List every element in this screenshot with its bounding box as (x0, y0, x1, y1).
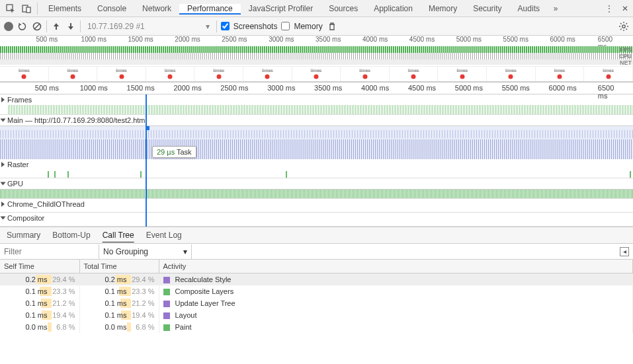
overview-tick: 1000 ms (81, 36, 106, 43)
expand-icon[interactable] (1, 97, 5, 102)
details-tab-bottom-up[interactable]: Bottom-Up (52, 231, 90, 240)
gpu-label: GPU (7, 180, 23, 188)
child-io-track[interactable]: Chrome_ChildIOThread (0, 199, 633, 213)
gpu-track[interactable]: GPU (0, 178, 633, 199)
table-row[interactable]: 0.0 ms6.8 %0.0 ms6.8 %Paint (0, 321, 633, 333)
memory-checkbox[interactable] (281, 22, 290, 30)
details-tabbar: SummaryBottom-UpCall TreeEvent Log (0, 227, 633, 244)
flamechart-tracks[interactable]: 29 µs Task Frames Main — http://10.77.16… (0, 94, 633, 227)
tab-elements[interactable]: Elements (40, 4, 89, 13)
kebab-menu-icon[interactable]: ⋮ (601, 1, 617, 17)
compositor-track[interactable]: Compositor (0, 213, 633, 227)
screenshot-thumb[interactable]: times (97, 67, 146, 81)
trash-icon[interactable] (327, 21, 337, 32)
col-activity[interactable]: Activity (159, 260, 633, 273)
screenshot-thumb[interactable]: times (49, 67, 98, 81)
profile-selector[interactable]: 10.77.169.29 #1▾ (85, 22, 212, 31)
device-mode-icon[interactable] (19, 1, 34, 17)
tab-sources[interactable]: Sources (321, 4, 366, 13)
collapse-icon[interactable] (1, 217, 6, 220)
flamechart-ruler[interactable]: 500 ms1000 ms1500 ms2000 ms2500 ms3000 m… (0, 83, 633, 94)
raster-event[interactable] (630, 171, 631, 178)
collapse-icon[interactable] (1, 119, 6, 122)
gear-icon[interactable] (618, 21, 629, 32)
net-strip: NET (0, 59, 633, 66)
tab-performance[interactable]: Performance (179, 4, 241, 15)
col-total-time[interactable]: Total Time (79, 260, 159, 273)
screenshot-thumb[interactable]: times (292, 67, 341, 81)
screenshot-thumb[interactable]: times (487, 67, 536, 81)
details-tab-event-log[interactable]: Event Log (146, 231, 182, 240)
svg-point-5 (622, 24, 625, 27)
frames-track[interactable]: Frames (0, 94, 633, 115)
details-tab-call-tree[interactable]: Call Tree (103, 231, 134, 240)
overview-panel[interactable]: 500 ms1000 ms1500 ms2000 ms2500 ms3000 m… (0, 36, 633, 83)
tab-memory[interactable]: Memory (421, 4, 465, 13)
raster-event[interactable] (286, 171, 287, 178)
save-profile-icon[interactable] (65, 21, 76, 32)
table-row[interactable]: 0.1 ms23.3 %0.1 ms23.3 %Composite Layers (0, 285, 633, 297)
raster-event[interactable] (54, 171, 56, 178)
tab-network[interactable]: Network (134, 4, 179, 13)
table-row[interactable]: 0.1 ms21.2 %0.1 ms21.2 %Update Layer Tre… (0, 297, 633, 309)
ruler-tick: 2500 ms (220, 84, 248, 92)
tab-console[interactable]: Console (89, 4, 134, 13)
reload-icon[interactable] (17, 21, 28, 32)
screenshot-thumb[interactable]: times (536, 67, 585, 81)
screenshot-thumb[interactable]: times (194, 67, 243, 81)
activity-name: Composite Layers (175, 287, 234, 295)
overview-tick: 2500 ms (222, 36, 247, 43)
overview-tick: 2000 ms (175, 36, 200, 43)
more-tabs-icon[interactable]: » (548, 1, 564, 17)
raster-label: Raster (7, 161, 28, 168)
call-tree-table: Self Time Total Time Activity 0.2 ms29.4… (0, 260, 633, 333)
details-tab-summary[interactable]: Summary (7, 231, 40, 240)
raster-track[interactable]: Raster (0, 159, 633, 178)
load-profile-icon[interactable] (51, 21, 62, 32)
timeline-cursor (146, 94, 147, 227)
compositor-label: Compositor (7, 214, 44, 222)
grouping-selector[interactable]: No Grouping▾ (99, 244, 192, 259)
screenshot-thumb[interactable]: times (243, 67, 292, 81)
filter-input[interactable] (0, 244, 99, 259)
raster-event[interactable] (48, 171, 49, 178)
tab-application[interactable]: Application (366, 4, 421, 13)
col-self-time[interactable]: Self Time (0, 260, 79, 273)
table-row[interactable]: 0.1 ms19.4 %0.1 ms19.4 %Layout (0, 309, 633, 321)
profile-label: 10.77.169.29 #1 (87, 22, 145, 31)
main-track[interactable]: Main — http://10.77.169.29:8080/test2.ht… (0, 115, 633, 159)
ruler-tick: 2000 ms (173, 84, 201, 92)
close-icon[interactable]: ✕ (617, 1, 633, 17)
ruler-tick: 5500 ms (502, 84, 530, 92)
clear-icon[interactable] (32, 21, 42, 32)
screenshot-thumb[interactable]: times (146, 67, 195, 81)
overview-tick: 3500 ms (316, 36, 341, 43)
screenshot-thumb[interactable]: times (390, 67, 439, 81)
screenshot-thumb[interactable]: times (0, 67, 49, 81)
raster-event[interactable] (140, 171, 142, 178)
table-row[interactable]: 0.2 ms29.4 %0.2 ms29.4 %Recalculate Styl… (0, 273, 633, 286)
tab-javascript-profiler[interactable]: JavaScript Profiler (241, 4, 321, 13)
tooltip-duration: 29 µs (157, 148, 175, 156)
ruler-tick: 500 ms (35, 84, 59, 92)
tab-security[interactable]: Security (465, 4, 509, 13)
inspect-icon[interactable] (3, 1, 19, 17)
screenshot-thumb[interactable]: times (438, 67, 487, 81)
screenshots-label: Screenshots (233, 22, 278, 31)
raster-event[interactable] (67, 171, 69, 178)
expand-icon[interactable] (1, 162, 5, 167)
record-button[interactable] (4, 22, 13, 31)
ruler-tick: 1000 ms (80, 84, 108, 92)
main-label: Main — http://10.77.169.29:8080/test2.ht… (7, 116, 147, 124)
overview-tick: 5000 ms (456, 36, 482, 43)
tab-audits[interactable]: Audits (510, 4, 548, 13)
screenshot-thumb[interactable]: times (584, 67, 633, 81)
screenshot-thumb[interactable]: times (341, 67, 390, 81)
overview-tick: 1500 ms (128, 36, 153, 43)
heaviest-stack-toggle-icon[interactable]: ◂ (620, 247, 629, 256)
collapse-icon[interactable] (1, 182, 6, 186)
screenshots-checkbox[interactable] (221, 22, 230, 30)
frames-label: Frames (7, 96, 32, 104)
overview-ruler: 500 ms1000 ms1500 ms2000 ms2500 ms3000 m… (0, 36, 633, 45)
expand-icon[interactable] (1, 201, 5, 207)
